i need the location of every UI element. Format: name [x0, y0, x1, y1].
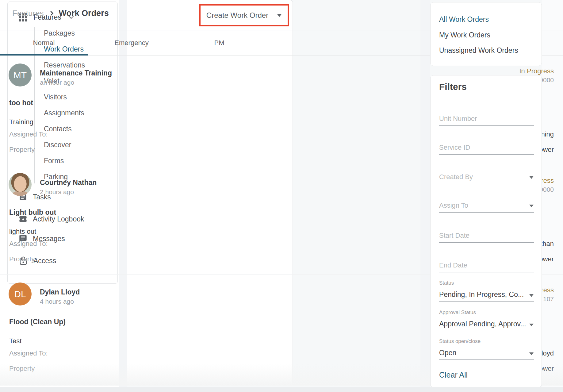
approval-status-filter-select[interactable]: Approval Pending, Approv...	[439, 318, 534, 331]
property-label: Property	[9, 255, 35, 263]
work-order-tabs: Normal Emergency PM	[0, 30, 293, 56]
work-order-views-card: All Work Orders My Work Orders Unassigne…	[430, 2, 542, 66]
create-work-order-button[interactable]: Create Work Order	[206, 11, 282, 20]
tab-normal[interactable]: Normal	[0, 30, 88, 56]
requester-name: Maintenance Training	[40, 69, 112, 77]
work-order-title: Light bulb out	[9, 208, 56, 217]
approval-status-filter-label: Approval Status	[439, 309, 476, 316]
filters-panel: Filters Status Pending, In Progress, Co.…	[430, 75, 542, 387]
dropdown-arrow-icon[interactable]	[529, 176, 534, 179]
service-id-input[interactable]	[439, 140, 534, 154]
unit-number-field[interactable]	[439, 112, 534, 126]
service-id-field[interactable]	[439, 140, 534, 155]
unit-number-input[interactable]	[439, 112, 534, 125]
work-orders-page: Features Packages Work Orders Reservatio…	[0, 0, 563, 392]
requester-name: Courtney Nathan	[40, 179, 97, 187]
created-by-input[interactable]	[439, 170, 534, 184]
assigned-to-label: Assigned To:	[9, 349, 48, 357]
work-order-row[interactable]: DL Dylan Lloyd 4 hours ago In Progress 1…	[0, 275, 293, 384]
create-work-order-label: Create Work Order	[206, 11, 268, 20]
status-open-close-filter-select[interactable]: Open	[439, 347, 534, 360]
assigned-to-label: Assigned To:	[9, 130, 48, 138]
work-order-title: Flood (Clean Up)	[9, 318, 66, 326]
timestamp: 4 hours ago	[40, 298, 74, 305]
status-filter-value: Pending, In Progress, Co...	[439, 290, 524, 298]
assign-to-field[interactable]	[439, 198, 534, 213]
work-order-description: Training	[9, 118, 33, 126]
timestamp: 2 hours ago	[40, 188, 74, 196]
status-filter-label: Status	[439, 280, 454, 286]
property-label: Property	[9, 146, 35, 154]
property-label: Property	[9, 365, 35, 373]
dropdown-arrow-icon[interactable]	[529, 205, 534, 207]
assigned-to-label: Assigned To:	[9, 240, 48, 248]
start-date-input[interactable]	[439, 229, 534, 242]
work-order-row[interactable]: Courtney Nathan 2 hours ago In Progress …	[0, 165, 293, 275]
status-filter-select[interactable]: Pending, In Progress, Co...	[439, 289, 534, 302]
end-date-field[interactable]	[439, 258, 534, 272]
panel-header: Features Work Orders Create Work Order	[0, 0, 293, 30]
assign-to-input[interactable]	[439, 198, 534, 212]
work-orders-panel: Features Work Orders Create Work Order N…	[0, 0, 293, 386]
timestamp: an hour ago	[40, 79, 74, 86]
dropdown-arrow-icon	[529, 294, 534, 297]
status-open-close-filter-value: Open	[439, 349, 456, 357]
avatar	[9, 173, 32, 196]
work-order-description: lights out	[9, 228, 36, 236]
dropdown-arrow-icon	[277, 14, 282, 17]
approval-status-filter-value: Approval Pending, Approv...	[439, 320, 526, 328]
breadcrumb: Features Work Orders	[12, 9, 109, 18]
end-date-input[interactable]	[439, 258, 534, 272]
chevron-right-icon	[48, 11, 53, 16]
link-unassigned-work-orders[interactable]: Unassigned Work Orders	[439, 46, 518, 55]
page-bottom-strip	[0, 387, 563, 392]
link-all-work-orders[interactable]: All Work Orders	[439, 15, 489, 24]
work-order-title: too hot	[9, 99, 33, 107]
clear-all-button[interactable]: Clear All	[439, 371, 468, 379]
breadcrumb-features-link[interactable]: Features	[12, 9, 44, 18]
dropdown-arrow-icon	[529, 352, 534, 355]
avatar: MT	[9, 63, 32, 86]
start-date-field[interactable]	[439, 229, 534, 243]
status-open-close-filter-label: Status open/close	[439, 338, 481, 344]
work-order-row[interactable]: MT Maintenance Training an hour ago In P…	[0, 56, 293, 165]
tab-emergency[interactable]: Emergency	[88, 30, 175, 56]
dropdown-arrow-icon	[529, 324, 534, 326]
filters-title: Filters	[439, 82, 467, 92]
requester-name: Dylan Lloyd	[40, 288, 80, 296]
annotation-highlight-box: Create Work Order	[199, 4, 289, 26]
work-order-description: Test	[9, 337, 21, 345]
created-by-field[interactable]	[439, 170, 534, 184]
work-order-list: MT Maintenance Training an hour ago In P…	[0, 56, 293, 386]
avatar: DL	[9, 282, 32, 306]
link-my-work-orders[interactable]: My Work Orders	[439, 31, 490, 39]
page-title: Work Orders	[59, 9, 109, 18]
tab-pm[interactable]: PM	[175, 30, 263, 56]
